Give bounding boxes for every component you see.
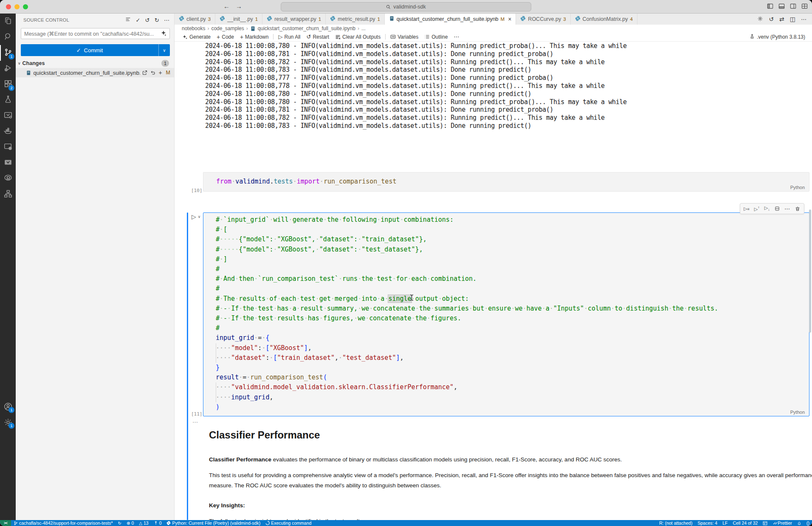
- toolbar-run-all-button[interactable]: ▷ Run All: [275, 34, 303, 40]
- layout-indicator[interactable]: [760, 520, 770, 526]
- extensions-activity-item[interactable]: 2: [0, 76, 16, 92]
- minimize-window-button[interactable]: [14, 4, 20, 9]
- customize-layout-icon[interactable]: [801, 3, 808, 9]
- indentation[interactable]: Spaces: 4: [695, 520, 720, 526]
- commit-message-input[interactable]: Message (⌘Enter to commit on "cachafla/s…: [21, 28, 170, 39]
- toolbar-label: Variables: [398, 34, 418, 40]
- changes-section-header[interactable]: ∨ Changes 1: [16, 59, 174, 68]
- python-interpreter[interactable]: Python: Current File (Poetry) (validmind…: [164, 520, 263, 526]
- layout-panel-icon[interactable]: [778, 3, 785, 9]
- tab-result_wrapper.py[interactable]: result_wrapper.py 1: [262, 14, 326, 25]
- breadcrumb-item[interactable]: code_samples: [211, 25, 244, 31]
- accounts-icon[interactable]: 1: [0, 399, 16, 414]
- sync-changes[interactable]: ↻: [116, 520, 124, 526]
- tab-quickstart_customer_churn_full_suite.ipynb[interactable]: quickstart_customer_churn_full_suite.ipy…: [385, 14, 516, 25]
- toolbar-clear-all-outputs-button[interactable]: Clear All Outputs: [332, 34, 383, 40]
- validmind-secondary-activity-item[interactable]: [0, 155, 16, 171]
- hierarchy-activity-item[interactable]: [0, 187, 16, 202]
- navigate-back-icon[interactable]: ←: [223, 3, 230, 10]
- commit-check-icon[interactable]: ✓: [135, 17, 140, 23]
- git-branch[interactable]: cachafla/sc-4842/support-for-comparison-…: [11, 520, 116, 526]
- navigate-forward-icon[interactable]: →: [236, 3, 242, 10]
- commit-button[interactable]: ✓ Commit ∨: [21, 44, 170, 56]
- notifications[interactable]: [795, 520, 804, 526]
- prettier-status[interactable]: ✓✓ Prettier: [770, 520, 795, 526]
- toolbar-variables-button[interactable]: Variables: [387, 34, 421, 40]
- ports-count[interactable]: 0: [151, 520, 164, 526]
- toolbar-generate-button[interactable]: Generate: [180, 34, 214, 40]
- command-center-search[interactable]: validmind-sdk: [281, 2, 531, 11]
- r-language-activity-item[interactable]: [0, 171, 16, 187]
- more-icon[interactable]: ⋯: [164, 17, 170, 23]
- remote-indicator[interactable]: ><: [0, 520, 11, 526]
- tab-ROCCurve.py[interactable]: ROCCurve.py 3: [516, 14, 570, 25]
- split-editor-icon[interactable]: ◫: [790, 16, 795, 23]
- delete-icon[interactable]: [792, 204, 803, 213]
- scrollbar-thumb[interactable]: [809, 209, 811, 333]
- generate-commit-message-icon[interactable]: [161, 30, 166, 37]
- discard-changes-icon[interactable]: [150, 70, 155, 75]
- breadcrumb-item[interactable]: notebooks: [182, 25, 205, 31]
- run-all-icon: ▷: [278, 34, 282, 40]
- error-count[interactable]: ⊗ 0: [124, 520, 136, 526]
- hierarchy-icon: [3, 189, 13, 200]
- validmind-panel-activity-item[interactable]: [0, 108, 16, 124]
- open-file-icon[interactable]: [142, 70, 147, 75]
- source-control-activity-item[interactable]: 1: [0, 45, 16, 61]
- run-cell-button[interactable]: ▷: [192, 213, 196, 220]
- toolbar-outline-button[interactable]: Outline: [421, 34, 451, 40]
- docker-activity-item[interactable]: [0, 124, 16, 139]
- panel-gear-activity-item[interactable]: [0, 139, 16, 155]
- warning-count[interactable]: △ 13: [136, 520, 151, 526]
- view-list-icon[interactable]: [125, 17, 131, 23]
- run-below-icon[interactable]: ▷↓: [762, 204, 772, 213]
- run-above-icon[interactable]: ▷↑: [752, 204, 762, 213]
- eol[interactable]: LF: [720, 520, 730, 526]
- close-window-button[interactable]: [6, 4, 11, 9]
- tab-ConfusionMatrix.py[interactable]: ConfusionMatrix.py 4: [571, 14, 637, 25]
- cell-more-actions-icon[interactable]: ⋯: [192, 419, 198, 425]
- layout-secondary-sidebar-icon[interactable]: [790, 3, 796, 9]
- commit-dropdown-button[interactable]: ∨: [158, 44, 170, 56]
- python-icon: [267, 16, 272, 23]
- history-icon[interactable]: ↺: [145, 17, 150, 23]
- executing-status[interactable]: Executing command: [263, 520, 314, 526]
- toolbar-markdown-button[interactable]: + Markdown: [237, 34, 272, 40]
- brackets-indicator[interactable]: (): [804, 520, 812, 526]
- r-status[interactable]: R: (not attached): [657, 520, 695, 526]
- zoom-window-button[interactable]: [23, 4, 28, 9]
- changed-file-row[interactable]: quickstart_customer_churn_full_suite.ipy…: [16, 68, 174, 77]
- breadcrumb-item[interactable]: quickstart_customer_churn_full_suite.ipy…: [258, 25, 355, 31]
- execute-above-icon[interactable]: ▷≡: [742, 204, 752, 213]
- toolbar-restart-button[interactable]: ↺ Restart: [304, 34, 333, 40]
- toolbar-more-button[interactable]: ⋯: [451, 34, 464, 40]
- cell-language-label: Python: [790, 410, 805, 415]
- log-line: 2024-06-18 11:00:08,783 - INFO(validmind…: [205, 66, 627, 74]
- compare-icon[interactable]: ⇄: [779, 16, 784, 23]
- run-options-chevron-icon[interactable]: ∨: [198, 215, 201, 219]
- kernel-picker[interactable]: .venv (Python 3.8.13): [750, 34, 812, 40]
- layout-sidebar-icon[interactable]: [767, 3, 773, 9]
- cell-position[interactable]: Cell 24 of 32: [730, 520, 760, 526]
- close-tab-icon[interactable]: ×: [508, 16, 511, 23]
- search-activity-item[interactable]: [0, 29, 16, 45]
- refresh-icon[interactable]: ↻: [155, 17, 159, 23]
- run-debug-activity-item[interactable]: [0, 61, 16, 76]
- testing-activity-item[interactable]: [0, 92, 16, 108]
- more-icon[interactable]: ⋯: [782, 204, 792, 213]
- settings-gear-icon[interactable]: 1: [0, 414, 16, 430]
- toolbar-code-button[interactable]: + Code: [214, 34, 237, 40]
- tab-label: client.py: [186, 16, 206, 22]
- tab-__init__.py[interactable]: __init__.py 1: [215, 14, 262, 25]
- code-cell-import[interactable]: from·validmind.tests·import·run_comparis…: [203, 172, 809, 192]
- gear-icon[interactable]: [757, 16, 763, 23]
- tab-metric_result.py[interactable]: metric_result.py 1: [326, 14, 385, 25]
- stage-changes-icon[interactable]: +: [158, 71, 162, 75]
- more-icon[interactable]: ⋯: [801, 16, 807, 23]
- timeline-icon[interactable]: ↺: [769, 16, 774, 23]
- split-cell-icon[interactable]: [772, 204, 782, 213]
- explorer-activity-item[interactable]: [0, 14, 16, 29]
- code-cell-input-grid[interactable]: #·`input_grid`·will·generate·the·followi…: [203, 212, 809, 416]
- breadcrumb-item[interactable]: ...: [361, 25, 366, 31]
- tab-client.py[interactable]: client.py 3: [175, 14, 215, 25]
